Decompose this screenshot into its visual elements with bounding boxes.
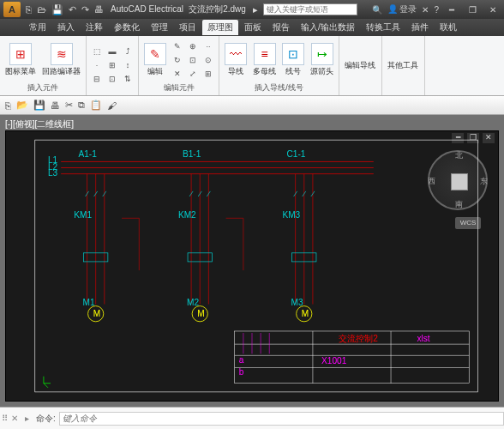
edit-wire-button[interactable]: 编辑导线 [343, 58, 377, 73]
tab-parametric[interactable]: 参数化 [109, 20, 145, 35]
svg-text:M2: M2 [187, 298, 199, 307]
exchange-icon[interactable]: ✕ [422, 5, 429, 15]
qtb-print-icon[interactable]: 🖶 [51, 100, 60, 111]
search-icon[interactable]: 🔍 [372, 5, 382, 15]
tool-icon[interactable]: ✎ [171, 40, 184, 52]
tab-annotate[interactable]: 注释 [81, 20, 108, 35]
command-line: ⠿ ✕ ▸ 命令: [0, 407, 504, 429]
restore-button[interactable]: ❐ [465, 3, 480, 15]
tab-addin[interactable]: 插件 [406, 20, 434, 35]
wire-button[interactable]: 〰导线 [223, 41, 249, 79]
panel-wires-title: 插入导线/线号 [223, 82, 335, 94]
minimize-button[interactable]: ━ [444, 3, 459, 15]
quick-access-toolbar: ⎘ 🗁 💾 ↶ ↷ 🖶 [26, 4, 104, 15]
qat-open-icon[interactable]: 🗁 [37, 4, 46, 15]
qat-save-icon[interactable]: 💾 [51, 4, 63, 15]
edit-tools-grid[interactable]: ✎⊕·· ↻⊡⊙ ✕⤢⊞ [171, 40, 215, 80]
svg-text:KM2: KM2 [178, 210, 196, 220]
svg-text:M: M [197, 309, 204, 318]
panel-insert-component-title: 插入元件 [3, 82, 82, 94]
qat-undo-icon[interactable]: ↶ [69, 4, 76, 15]
qat-redo-icon[interactable]: ↷ [81, 4, 89, 15]
tab-online[interactable]: 联机 [435, 20, 462, 35]
multibus-button[interactable]: ≡多母线 [251, 41, 278, 79]
tool-icon[interactable]: ⊞ [201, 68, 215, 80]
tab-panel[interactable]: 面板 [239, 20, 267, 35]
command-label: 命令: [33, 413, 59, 425]
tool-icon[interactable]: ↻ [171, 54, 184, 66]
svg-text:KM3: KM3 [282, 210, 300, 220]
tab-schematic[interactable]: 原理图 [202, 20, 238, 35]
help-search-input[interactable] [263, 3, 357, 15]
tool-icon[interactable]: · [90, 59, 104, 71]
circuit-builder-button[interactable]: ≋回路编译器 [40, 41, 82, 79]
panel-edit-component-title: 编辑元件 [142, 82, 215, 94]
edit-component-button[interactable]: ✎编辑 [142, 41, 168, 79]
tool-icon[interactable]: ▬ [105, 45, 119, 57]
cmd-handle-icon[interactable]: ⠿ [0, 414, 9, 423]
close-button[interactable]: ✕ [485, 3, 501, 15]
component-tools-grid[interactable]: ⬚▬⤴ ·⊞↕ ⊟⊡⇅ [90, 45, 135, 85]
svg-text:M3: M3 [291, 298, 303, 307]
tool-icon[interactable]: ⊟ [90, 73, 104, 85]
tab-manage[interactable]: 管理 [146, 20, 173, 35]
qat-print-icon[interactable]: 🖶 [94, 4, 104, 15]
svg-text:a: a [239, 355, 244, 365]
qtb-brush-icon[interactable]: 🖌 [107, 100, 117, 111]
schematic-drawing: L1L2L3 A1-1B1-1C1-1 KM1KM2KM3 MMM M1M2M3 [6, 131, 498, 401]
tab-project[interactable]: 项目 [174, 20, 201, 35]
qtb-save-icon[interactable]: 💾 [33, 100, 45, 111]
tool-icon[interactable]: ·· [201, 40, 215, 52]
cmd-close-icon[interactable]: ✕ [9, 414, 21, 423]
svg-rect-0 [35, 140, 478, 392]
tab-home[interactable]: 常用 [24, 20, 51, 35]
qtb-new-icon[interactable]: ⎘ [5, 100, 11, 111]
source-arrow-button[interactable]: ↦源箭头 [309, 41, 335, 79]
help-arrow-icon[interactable]: ▸ [253, 4, 258, 15]
ribbon-tabs: 常用 插入 注释 参数化 管理 项目 原理图 面板 报告 输入/输出数据 转换工… [0, 19, 504, 36]
help-icon[interactable]: ? [434, 5, 439, 15]
svg-text:M: M [93, 309, 100, 318]
tool-icon[interactable]: ⊙ [201, 54, 215, 66]
tool-icon[interactable]: ↕ [121, 59, 135, 71]
tool-icon[interactable]: ⊡ [105, 73, 119, 85]
qtb-open-icon[interactable]: 📂 [16, 100, 28, 111]
svg-text:A1-1: A1-1 [78, 149, 97, 159]
quick-toolbar: ⎘ 📂 💾 🖶 ✂ ⧉ 📋 🖌 [0, 96, 504, 115]
tool-icon[interactable]: ✕ [171, 68, 184, 80]
tool-icon[interactable]: ⇅ [121, 73, 135, 85]
sheet-title: 交流控制2 [339, 334, 378, 343]
tool-icon[interactable]: ⊕ [186, 40, 200, 52]
ribbon: ⊞图标菜单 ≋回路编译器 插入元件 ⬚▬⤴ ·⊞↕ ⊟⊡⇅ ✎编辑 ✎⊕·· ↻… [0, 36, 504, 96]
svg-text:M: M [302, 309, 309, 318]
tool-icon[interactable]: ⬚ [90, 45, 104, 57]
svg-text:M1: M1 [82, 298, 94, 307]
tool-icon[interactable]: ⊡ [186, 54, 200, 66]
tool-icon[interactable]: ⤴ [121, 45, 135, 57]
app-title: AutoCAD Electrical 交流控制2.dwg [111, 3, 246, 15]
svg-text:KM1: KM1 [74, 210, 92, 220]
login-link[interactable]: 👤 登录 [387, 3, 417, 15]
qtb-paste-icon[interactable]: 📋 [90, 100, 102, 111]
svg-text:L3: L3 [48, 168, 58, 178]
app-logo[interactable]: A [3, 2, 21, 17]
qtb-cut-icon[interactable]: ✂ [65, 100, 73, 111]
cmd-prompt-icon[interactable]: ▸ [21, 414, 33, 423]
svg-text:B1-1: B1-1 [183, 149, 201, 159]
svg-text:C1-1: C1-1 [287, 149, 306, 159]
svg-text:b: b [239, 367, 244, 377]
tab-insert[interactable]: 插入 [52, 20, 80, 35]
qtb-copy-icon[interactable]: ⧉ [78, 100, 85, 111]
qat-new-icon[interactable]: ⎘ [26, 4, 32, 15]
tab-report[interactable]: 报告 [267, 20, 295, 35]
other-tools-button[interactable]: 其他工具 [386, 58, 420, 73]
tool-icon[interactable]: ⊞ [105, 59, 119, 71]
tab-io[interactable]: 输入/输出数据 [296, 20, 360, 35]
drawing-canvas[interactable]: [-][俯视][二维线框] ━ ❐ ✕ 北 南 东 西 WCS L1L2L3 [0, 115, 504, 407]
tab-convert[interactable]: 转换工具 [361, 20, 405, 35]
tool-icon[interactable]: ⤢ [186, 68, 200, 80]
command-input[interactable] [59, 412, 504, 426]
svg-text:X1001: X1001 [321, 356, 347, 366]
icon-menu-button[interactable]: ⊞图标菜单 [3, 41, 38, 79]
wirenumber-button[interactable]: ⊡线号 [280, 41, 306, 79]
